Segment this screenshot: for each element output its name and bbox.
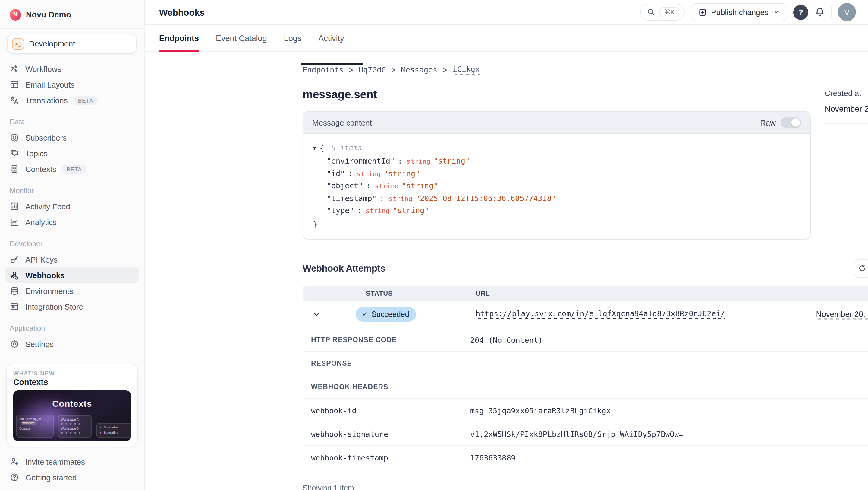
notifications-bell-icon[interactable] [814,7,825,18]
settings-icon [10,339,19,349]
workflows-icon [10,64,19,74]
raw-toggle-label: Raw [760,118,776,127]
breadcrumb-item-endpoints[interactable]: Endpoints [303,65,343,74]
showing-count: Showing 1 item [303,484,354,490]
attempt-details: HTTP RESPONSE CODE204 (No Content)RESPON… [303,328,868,469]
json-collapse-icon[interactable]: ▼ [313,145,316,151]
whats-new-title: Contexts [13,378,131,387]
search-icon [647,8,655,16]
sidebar-link-getting-started[interactable]: Getting started [10,469,134,485]
tab-endpoints[interactable]: Endpoints [159,25,199,51]
webhook-attempts-title: Webhook Attempts [303,263,385,274]
tab-event-catalog[interactable]: Event Catalog [216,25,267,51]
tab-logs[interactable]: Logs [284,25,302,51]
search-kbd-hint: ⌘K [660,7,679,17]
json-key: "timestamp" [327,194,377,203]
message-content-title: Message content [312,118,372,127]
attempt-detail-row-webhook-signature: webhook-signaturev1,2xW5HSk/PIxk8PLbzHlI… [303,423,868,446]
breadcrumb-separator: > [443,65,447,74]
user-avatar[interactable]: V [838,3,856,21]
sidebar: N Novu Demo >_ Development WorkflowsEmai… [0,0,145,490]
sidebar-item-label: Topics [25,149,48,158]
attempt-detail-row-webhook-id: webhook-idmsg_35jqa9xx05iaraR3lzBLgiCikg… [303,399,868,423]
meta-divider [825,123,868,124]
org-switcher[interactable]: N Novu Demo [10,6,134,23]
breadcrumb-item-uq7gdc[interactable]: Uq7GdC [359,65,386,74]
breadcrumb: Endpoints>Uq7GdC>Messages>iCikgx [303,64,868,75]
sidebar-item-subscribers[interactable]: Subscribers [5,130,139,145]
breadcrumb-item-messages[interactable]: Messages [401,65,437,74]
json-type: string [366,207,390,215]
sidebar-item-topics[interactable]: Topics [5,145,139,161]
environment-switcher[interactable]: >_ Development [7,34,137,54]
attempt-detail-row-response: RESPONSE--- [303,352,868,375]
search-button[interactable]: ⌘K [641,4,685,21]
sidebar-item-label: Translations [25,96,68,105]
sidebar-section-heading-monitor: Monitor [10,185,134,196]
raw-toggle-knob [792,118,800,127]
sidebar-section-heading-developer: Developer [10,238,134,249]
sidebar-item-environments[interactable]: Environments [5,283,139,299]
message-content-header: Message content Raw [303,112,810,134]
webhooks-icon [10,270,19,280]
sidebar-item-api-keys[interactable]: API Keys [5,252,139,267]
sidebar-link-label: Invite teammates [25,457,85,466]
json-value: "string" [384,169,420,178]
refresh-button[interactable] [854,259,868,278]
content: Endpoints>Uq7GdC>Messages>iCikgx message… [303,52,868,490]
sidebar-item-label: Email Layouts [25,80,74,89]
json-type: string [407,157,431,165]
attempts-table: STATUS URL TIMESTAMP ✓ Succeeded https:/… [303,286,868,490]
beta-badge: BETA [74,96,98,105]
question-mark-icon: ? [798,7,803,17]
attempt-url-link[interactable]: https://play.svix.com/in/e_lqfXqcna94aTq… [475,309,725,318]
sidebar-link-invite-teammates[interactable]: Invite teammates [10,454,134,469]
sidebar-item-settings[interactable]: Settings [5,336,139,352]
sidebar-link-label: Getting started [25,473,77,482]
whats-new-card[interactable]: WHAT'S NEW Contexts Contexts Workflow tr… [6,364,138,447]
column-url: URL [475,286,490,301]
status-badge: ✓ Succeeded [355,307,416,322]
json-key: "object" [327,181,363,190]
created-at-value: November 20, 2025 at 11:18 AM [825,105,868,113]
attempt-timestamp[interactable]: November 20, 2025 at 11:18 AM [816,310,868,319]
json-colon: : [398,156,402,165]
whats-new-mini-card: Workspace A ● ● ● ● ● Workspace B ● ● ● … [58,415,92,437]
sidebar-item-integration-store[interactable]: Integration Store [5,299,139,314]
sidebar-item-email-layouts[interactable]: Email Layouts [5,77,139,92]
tab-label: Endpoints [159,33,199,42]
message-content-card: Message content Raw ▼ { 5 items "environ… [303,111,811,239]
sidebar-item-contexts[interactable]: ContextsBETA [5,161,139,177]
raw-toggle[interactable] [781,117,801,128]
row-expand-chevron-icon[interactable] [312,310,321,319]
sidebar-item-translations[interactable]: TranslationsBETA [5,92,139,108]
terminal-icon: >_ [12,38,24,50]
sidebar-item-label: Analytics [25,218,57,227]
sidebar-item-label: Webhooks [25,271,65,280]
sidebar-item-activity-feed[interactable]: Activity Feed [5,199,139,214]
sidebar-item-label: Workflows [25,64,61,73]
tab-activity[interactable]: Activity [318,25,344,51]
json-fields: "environmentId":string"string""id":strin… [316,155,801,217]
sidebar-item-webhooks[interactable]: Webhooks [5,267,139,283]
detail-value: --- [470,359,484,368]
chevron-down-icon [773,8,780,16]
check-icon: ✓ [362,311,368,318]
sidebar-item-workflows[interactable]: Workflows [5,61,139,77]
attempts-controls: AllSucceededFailed [854,259,868,278]
sidebar-item-analytics[interactable]: Analytics [5,214,139,230]
json-field-id: "id":string"string" [327,168,801,180]
attempt-detail-row-http-response-code: HTTP RESPONSE CODE204 (No Content) [303,328,868,352]
breadcrumb-item-icikgx[interactable]: iCikgx [453,64,480,75]
breadcrumb-separator: > [349,65,353,74]
whats-new-graphic: Contexts Workflow triggerTRIGGER Context… [13,391,131,441]
json-type: string [389,195,412,203]
org-name: Novu Demo [26,10,71,19]
contexts-icon [10,164,19,174]
detail-label: webhook-signature [311,430,388,439]
publish-changes-button[interactable]: Publish changes [690,3,787,21]
help-button[interactable]: ? [793,4,808,20]
app-window: N Novu Demo >_ Development WorkflowsEmai… [0,0,868,490]
attempt-detail-row-webhook-headers: WEBHOOK HEADERS [303,375,868,399]
detail-value: v1,2xW5HSk/PIxk8PLbzHlIRs0B/SrjpjWAiIDy5… [470,430,683,439]
